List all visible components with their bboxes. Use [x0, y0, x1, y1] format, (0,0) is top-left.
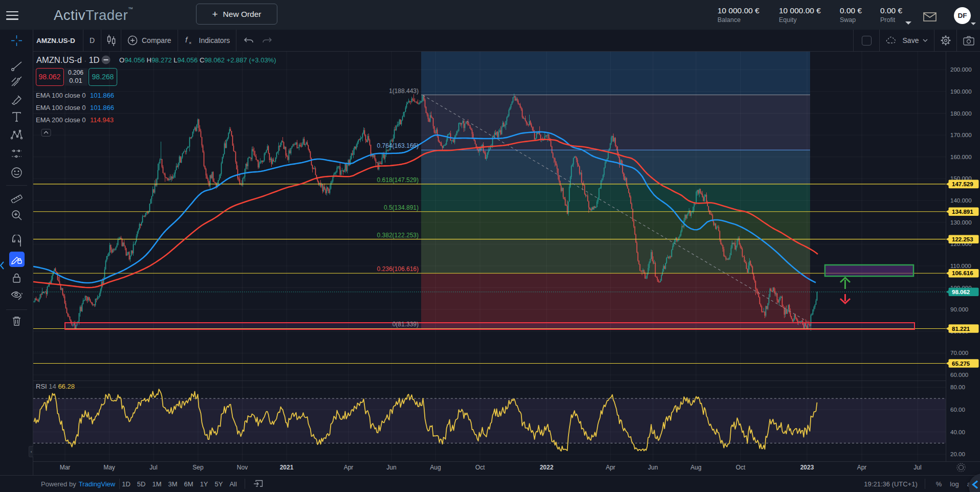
svg-text:Aug: Aug	[430, 464, 441, 471]
svg-text:170.000: 170.000	[950, 132, 972, 138]
svg-text:190.000: 190.000	[950, 88, 972, 95]
svg-text:Jun: Jun	[648, 464, 658, 471]
svg-text:110.000: 110.000	[950, 263, 971, 269]
svg-text:Mar: Mar	[60, 464, 71, 471]
svg-text:Jul: Jul	[149, 464, 157, 471]
svg-text:160.000: 160.000	[950, 154, 972, 160]
svg-text:0(81.339): 0(81.339)	[393, 321, 419, 328]
svg-text:Sep: Sep	[192, 464, 204, 471]
svg-text:114.943: 114.943	[90, 116, 114, 124]
svg-text:90.000: 90.000	[950, 306, 968, 312]
svg-text:40.00: 40.00	[950, 429, 965, 435]
svg-text:180.000: 180.000	[950, 110, 972, 117]
svg-text:O94.056 H98.272 L94.056 C98.06: O94.056 H98.272 L94.056 C98.062 +2.887 (…	[119, 56, 276, 64]
svg-text:Oct: Oct	[475, 464, 485, 471]
svg-text:May: May	[103, 464, 115, 471]
svg-text:106.616: 106.616	[952, 270, 973, 276]
svg-text:70.000: 70.000	[950, 350, 968, 356]
svg-text:Apr: Apr	[606, 464, 616, 471]
svg-text:122.253: 122.253	[952, 236, 973, 242]
svg-text:98.268: 98.268	[92, 73, 114, 81]
svg-text:98.062: 98.062	[39, 73, 61, 81]
svg-text:f: f	[185, 35, 188, 44]
svg-text:80.00: 80.00	[950, 384, 965, 390]
svg-text:0.382(122.253): 0.382(122.253)	[377, 232, 419, 239]
svg-text:AMZN.US-d · 1D: AMZN.US-d · 1D	[36, 55, 100, 64]
svg-text:134.891: 134.891	[952, 209, 973, 215]
svg-text:0.01: 0.01	[69, 77, 82, 84]
svg-text:81.221: 81.221	[952, 326, 970, 332]
svg-text:0.764(163.166): 0.764(163.166)	[377, 142, 419, 149]
svg-text:98.062: 98.062	[952, 289, 970, 295]
svg-text:×: ×	[189, 40, 191, 46]
svg-text:147.529: 147.529	[952, 181, 973, 187]
svg-text:101.866: 101.866	[90, 104, 114, 111]
svg-text:130.000: 130.000	[950, 219, 972, 226]
svg-text:0.236(106.616): 0.236(106.616)	[377, 265, 419, 273]
svg-text:Aug: Aug	[690, 464, 701, 471]
svg-text:0.206: 0.206	[68, 69, 83, 76]
svg-text:EMA 200 close 0: EMA 200 close 0	[36, 116, 86, 124]
svg-text:0.618(147.529): 0.618(147.529)	[377, 176, 419, 184]
svg-text:2022: 2022	[540, 464, 554, 471]
svg-text:65.275: 65.275	[952, 361, 970, 367]
svg-text:0.5(134.891): 0.5(134.891)	[384, 204, 419, 211]
svg-text:60.000: 60.000	[950, 372, 968, 378]
svg-text:Apr: Apr	[857, 464, 867, 471]
svg-text:140.000: 140.000	[950, 197, 972, 204]
svg-text:RSI 14 66.28: RSI 14 66.28	[36, 383, 75, 390]
svg-text:EMA 100 close 0: EMA 100 close 0	[36, 104, 86, 111]
svg-text:Jul: Jul	[913, 464, 921, 471]
svg-text:101.866: 101.866	[90, 92, 114, 99]
svg-text:Nov: Nov	[237, 464, 248, 471]
svg-text:Oct: Oct	[736, 464, 746, 471]
svg-text:Apr: Apr	[344, 464, 354, 471]
svg-text:Jun: Jun	[386, 464, 396, 471]
svg-text:200.000: 200.000	[950, 66, 972, 73]
svg-text:20.00: 20.00	[950, 451, 965, 457]
svg-text:2021: 2021	[280, 464, 294, 471]
svg-text:EMA 100 close 0: EMA 100 close 0	[36, 92, 86, 99]
svg-text:2023: 2023	[800, 464, 814, 471]
svg-text:1(188.443): 1(188.443)	[389, 87, 419, 95]
svg-text:60.00: 60.00	[950, 407, 965, 413]
